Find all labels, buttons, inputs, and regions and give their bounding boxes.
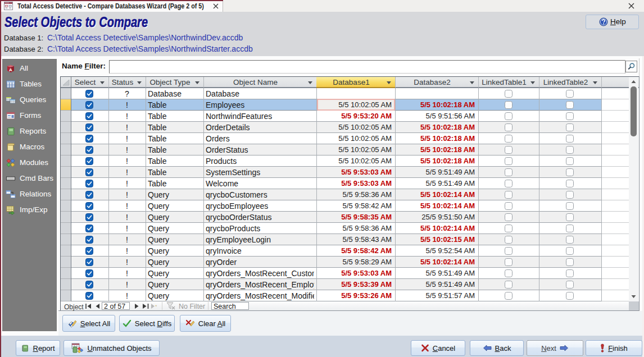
svg-text:A: A — [9, 67, 12, 72]
svg-text:*: * — [155, 304, 157, 309]
